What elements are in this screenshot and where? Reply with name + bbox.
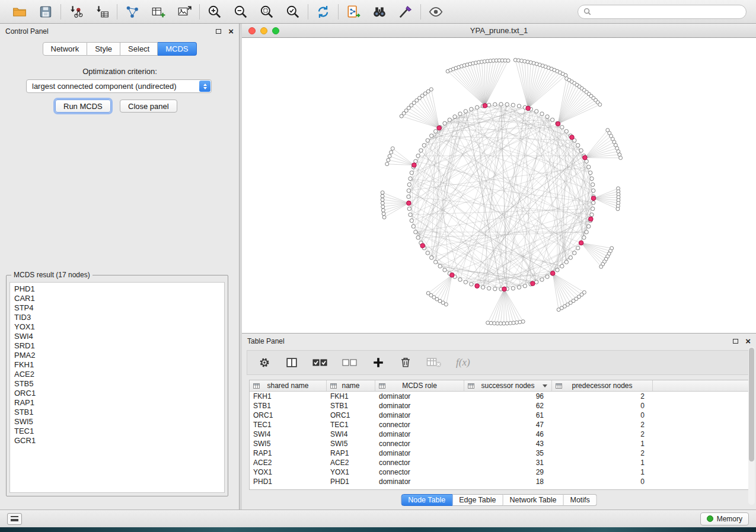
column-header-predecessor-nodes[interactable]: predecessor nodes <box>552 380 653 391</box>
mcds-list-item[interactable]: YOX1 <box>14 322 220 332</box>
table-cell: connector <box>375 458 464 467</box>
zoom-in-icon[interactable] <box>206 3 224 21</box>
style-icon[interactable] <box>397 3 414 21</box>
tab-mcds[interactable]: MCDS <box>158 42 196 56</box>
column-header-name[interactable]: name <box>327 380 375 391</box>
table-cell: 2 <box>552 392 653 401</box>
tab-edge-table[interactable]: Edge Table <box>452 494 503 506</box>
table-cell: PHD1 <box>327 477 375 486</box>
minimize-window-icon[interactable] <box>260 27 267 34</box>
mcds-list-item[interactable]: SRD1 <box>14 341 220 351</box>
export-image-icon[interactable] <box>176 3 193 21</box>
mcds-list-item[interactable]: PHD1 <box>14 284 220 294</box>
mcds-list-item[interactable]: GCR1 <box>14 436 220 446</box>
new-network-icon[interactable] <box>123 3 141 21</box>
export-network-icon[interactable] <box>344 3 362 21</box>
mcds-list-item[interactable]: RAP1 <box>14 398 220 408</box>
optimization-criterion-label: Optimization criterion: <box>0 67 240 76</box>
mcds-list-item[interactable]: STP4 <box>14 303 220 313</box>
function-builder-icon[interactable]: f(x) <box>456 357 470 368</box>
control-panel-tabs: NetworkStyleSelectMCDS <box>42 42 196 56</box>
import-table-icon[interactable] <box>93 3 111 21</box>
search-network-icon[interactable] <box>371 3 388 21</box>
table-cell: dominator <box>375 392 464 401</box>
show-columns-icon[interactable] <box>285 356 298 369</box>
mcds-list-item[interactable]: TEC1 <box>14 427 220 436</box>
delete-table-icon[interactable] <box>426 357 442 368</box>
mcds-list-item[interactable]: CAR1 <box>14 294 220 303</box>
select-all-icon[interactable] <box>312 357 328 368</box>
panel-menu-icon[interactable] <box>7 513 22 525</box>
new-table-icon[interactable] <box>149 3 167 21</box>
close-panel-icon[interactable]: × <box>228 28 234 34</box>
deselect-all-icon[interactable] <box>342 357 358 368</box>
delete-column-icon[interactable] <box>399 356 412 369</box>
table-tabs: Node TableEdge TableNetwork TableMotifs <box>401 494 597 506</box>
table-cell: 1 <box>552 467 653 477</box>
network-graph[interactable] <box>242 38 756 333</box>
close-table-panel-icon[interactable]: × <box>745 338 751 344</box>
search-input[interactable] <box>594 8 741 16</box>
table-scrollbar-thumb[interactable] <box>749 348 754 462</box>
mcds-list-item[interactable]: FKH1 <box>14 360 220 370</box>
open-session-icon[interactable] <box>11 3 28 21</box>
column-header-label: MCDS role <box>375 382 464 390</box>
float-table-panel-icon[interactable] <box>733 339 738 344</box>
zoom-out-icon[interactable] <box>232 3 250 21</box>
close-window-icon[interactable] <box>248 27 256 34</box>
network-window: YPA_prune.txt_1 <box>242 24 756 333</box>
network-window-title: YPA_prune.txt_1 <box>242 26 756 35</box>
network-canvas[interactable] <box>242 38 756 333</box>
table-row[interactable]: ACE2ACE2connector311 <box>250 458 748 467</box>
tab-motifs[interactable]: Motifs <box>563 494 596 506</box>
table-row[interactable]: RAP1RAP1dominator352 <box>250 448 748 458</box>
close-panel-button[interactable]: Close panel <box>120 100 177 113</box>
table-row[interactable]: TEC1TEC1connector472 <box>250 420 748 430</box>
main-toolbar <box>0 0 756 24</box>
tab-style[interactable]: Style <box>87 42 120 56</box>
search-icon <box>583 8 591 15</box>
table-row[interactable]: ORC1ORC1dominator610 <box>250 411 748 420</box>
add-column-icon[interactable] <box>372 356 385 369</box>
table-mode-gear-icon[interactable] <box>258 356 271 369</box>
mcds-list-item[interactable]: SWI4 <box>14 332 220 341</box>
tab-network[interactable]: Network <box>42 42 87 56</box>
float-panel-icon[interactable] <box>216 29 221 34</box>
mcds-list-item[interactable]: SWI5 <box>14 417 220 427</box>
control-panel-header: Control Panel × <box>0 24 239 39</box>
zoom-fit-icon[interactable] <box>258 3 276 21</box>
chevron-down-icon[interactable] <box>543 384 547 387</box>
maximize-window-icon[interactable] <box>272 27 279 34</box>
tab-network-table[interactable]: Network Table <box>503 494 564 506</box>
mcds-result-list[interactable]: PHD1CAR1STP4TID3YOX1SWI4SRD1PMA2FKH1ACE2… <box>9 282 225 493</box>
import-network-icon[interactable] <box>67 3 85 21</box>
table-row[interactable]: PHD1PHD1dominator180 <box>250 477 748 486</box>
mcds-list-item[interactable]: TID3 <box>14 313 220 322</box>
table-scrollbar[interactable] <box>748 347 755 505</box>
save-session-icon[interactable] <box>37 3 55 21</box>
mcds-list-item[interactable]: STB1 <box>14 408 220 417</box>
table-cell: 1 <box>552 458 653 467</box>
column-header-successor-nodes[interactable]: successor nodes <box>464 380 552 391</box>
mcds-list-item[interactable]: STB5 <box>14 379 220 389</box>
memory-button[interactable]: Memory <box>700 512 749 525</box>
run-mcds-button[interactable]: Run MCDS <box>55 100 111 113</box>
column-header-shared-name[interactable]: shared name <box>250 380 327 391</box>
table-cell: 29 <box>464 467 552 477</box>
search-box[interactable] <box>578 5 747 19</box>
table-row[interactable]: STB1STB1dominator620 <box>250 401 748 411</box>
tab-select[interactable]: Select <box>120 42 158 56</box>
mcds-list-item[interactable]: ACE2 <box>14 370 220 379</box>
mcds-list-item[interactable]: PMA2 <box>14 351 220 360</box>
table-row[interactable]: SWI4SWI4dominator462 <box>250 430 748 439</box>
tab-node-table[interactable]: Node Table <box>401 494 452 506</box>
table-row[interactable]: FKH1FKH1dominator962 <box>250 392 748 401</box>
column-header-mcds-role[interactable]: MCDS role <box>375 380 464 391</box>
criterion-select[interactable]: largest connected component (undirected) <box>26 79 212 93</box>
table-row[interactable]: YOX1YOX1connector291 <box>250 467 748 477</box>
mcds-list-item[interactable]: ORC1 <box>14 389 220 398</box>
table-row[interactable]: SWI5SWI5connector431 <box>250 439 748 448</box>
zoom-selected-icon[interactable] <box>284 3 302 21</box>
show-hide-panel-icon[interactable] <box>427 3 445 21</box>
refresh-layout-icon[interactable] <box>314 3 332 21</box>
